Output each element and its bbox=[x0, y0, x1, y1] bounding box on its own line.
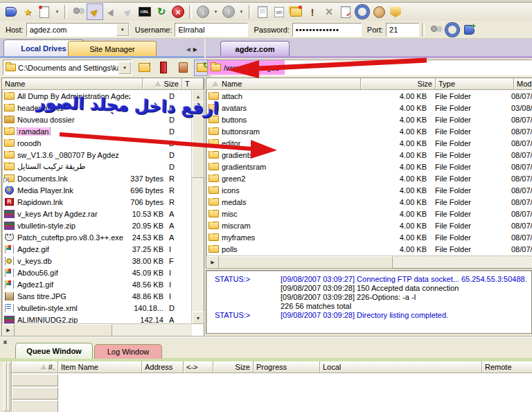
Sans titre.JPG[interactable]: Sans titre.JPG 48.86 KB I bbox=[2, 290, 192, 302]
queue-column-header[interactable]: Item Name bbox=[58, 361, 142, 373]
queue-column-header[interactable]: Local bbox=[320, 361, 482, 373]
local-path-combo[interactable]: C:\Documents and Settings\ka bbox=[3, 60, 132, 75]
column-header-size[interactable]: Size bbox=[361, 78, 436, 90]
delete-icon[interactable] bbox=[321, 3, 337, 20]
queue-column-header[interactable]: Address bbox=[142, 361, 184, 373]
scroll-right-icon[interactable]: ▶ bbox=[2, 324, 15, 337]
host-dropdown-icon[interactable] bbox=[116, 24, 129, 36]
scroll-right-icon[interactable]: ▶ bbox=[206, 256, 219, 269]
myframes[interactable]: myframes 4.00 KB File Folder 08/07/ bbox=[206, 231, 532, 243]
editor[interactable]: editor 4.00 KB File Folder 08/07/ bbox=[206, 137, 532, 149]
Media Player.lnk[interactable]: Media Player.lnk 696 bytes R bbox=[2, 184, 192, 196]
parent-folder-icon[interactable] bbox=[136, 60, 152, 76]
shield-icon[interactable] bbox=[387, 3, 404, 20]
misc[interactable]: misc 4.00 KB File Folder 08/07/ bbox=[206, 208, 532, 220]
tab-remote-site[interactable]: agdez.com bbox=[220, 41, 290, 56]
queue-column-header[interactable]: <-> bbox=[184, 361, 213, 373]
Agdez.gif[interactable]: Agdez.gif 37.25 KB I bbox=[2, 243, 192, 255]
abort-icon[interactable] bbox=[170, 3, 186, 20]
rooodh[interactable]: rooodh D bbox=[2, 137, 192, 149]
add-to-sites-icon[interactable] bbox=[461, 21, 477, 38]
remote-path-box[interactable]: /www/vb/images bbox=[207, 60, 532, 75]
new-site-dropdown[interactable] bbox=[53, 3, 62, 20]
gradientsram[interactable]: gradientsram 4.00 KB File Folder 08/07/ bbox=[206, 161, 532, 172]
v_keys Art by Agdez.rar[interactable]: v_keys Art by Agdez.rar 10.53 KB A bbox=[2, 208, 192, 220]
vbulletin-style.xml[interactable]: vbulletin-style.xml 140.18... D bbox=[2, 302, 192, 314]
status-line: STATUS:> [09/08/2007 03:09:27] Connectin… bbox=[206, 275, 531, 284]
quick-connect-icon[interactable] bbox=[3, 3, 19, 20]
download-icon[interactable] bbox=[195, 3, 211, 20]
tab-log-window[interactable]: Log Window bbox=[94, 344, 162, 359]
tab-queue-window[interactable]: Queue Window bbox=[15, 343, 93, 359]
url-capture-icon[interactable] bbox=[136, 3, 153, 20]
remote-horizontal-scrollbar[interactable]: ◀ ▶ bbox=[206, 256, 532, 268]
refresh-icon[interactable] bbox=[153, 3, 170, 20]
connection-wizard-icon[interactable] bbox=[19, 3, 36, 20]
column-header-name[interactable]: Name bbox=[206, 78, 361, 90]
sw_V1.3.6 _080707 By Agdez[interactable]: sw_V1.3.6 _080707 By Agdez D bbox=[2, 149, 192, 161]
local-vertical-scrollbar[interactable]: ▲ ▼ bbox=[191, 90, 204, 324]
queue-column-header[interactable]: Size bbox=[213, 361, 254, 373]
scroll-thumb[interactable] bbox=[14, 324, 112, 337]
local-path-dropdown-icon[interactable] bbox=[118, 62, 131, 74]
buttonsram[interactable]: buttonsram 4.00 KB File Folder 08/07/ bbox=[206, 125, 532, 137]
connect-plug-icon[interactable] bbox=[427, 21, 444, 38]
polls[interactable]: polls 4.00 KB File Folder 08/07/ bbox=[206, 243, 532, 255]
scroll-down-icon[interactable]: ▼ bbox=[192, 312, 204, 324]
bookmarks-icon[interactable] bbox=[155, 60, 172, 76]
Rapidown.lnk[interactable]: Rapidown.lnk 706 bytes R bbox=[2, 196, 192, 208]
medals[interactable]: medals 4.00 KB File Folder 08/07/ bbox=[206, 196, 532, 208]
Agdez1.gif[interactable]: Agdez1.gif 48.56 KB I bbox=[2, 278, 192, 290]
ALIMINIUDG2.zip[interactable]: ALIMINIUDG2.zip 142.14 A bbox=[2, 314, 192, 324]
v_keys.db[interactable]: v_keys.db 38.00 KB F bbox=[2, 255, 192, 267]
download-dropdown[interactable] bbox=[211, 3, 220, 20]
password-field[interactable]: ••••••••••••• bbox=[292, 23, 362, 37]
host-combo[interactable]: agdez.com bbox=[26, 23, 130, 37]
port-field[interactable]: 21 bbox=[386, 23, 419, 37]
new-site-icon[interactable] bbox=[36, 3, 53, 20]
avatars[interactable]: avatars 4.00 KB File Folder 03/08/ bbox=[206, 102, 532, 114]
alert-icon[interactable] bbox=[304, 3, 321, 20]
tab-site-manager[interactable]: Site Manager bbox=[68, 41, 157, 56]
column-header-type[interactable]: Type bbox=[436, 78, 514, 90]
select-mode-icon[interactable] bbox=[87, 3, 103, 20]
upload-icon[interactable] bbox=[220, 3, 237, 20]
dock-grip[interactable] bbox=[7, 362, 10, 411]
tab-scroll-left-icon[interactable]: ◀ bbox=[186, 46, 190, 53]
Abdou56.gif[interactable]: Abdou56.gif 45.09 KB I bbox=[2, 267, 192, 278]
identity-icon[interactable] bbox=[371, 3, 387, 20]
tab-scroll-right-icon[interactable]: ▶ bbox=[193, 46, 197, 53]
buttons[interactable]: buttons 4.00 KB File Folder 08/07/ bbox=[206, 114, 532, 125]
queue-column-header[interactable]: #. bbox=[12, 361, 58, 373]
Documents.lnk[interactable]: Documents.lnk 337 bytes R bbox=[2, 172, 192, 184]
column-header-name[interactable]: Name bbox=[2, 78, 143, 90]
pointer-disabled-icon[interactable] bbox=[120, 3, 136, 20]
edit-notes-icon[interactable] bbox=[254, 3, 271, 20]
upload-dropdown[interactable] bbox=[237, 3, 246, 20]
rename-icon[interactable] bbox=[271, 3, 287, 20]
settings-gear-icon[interactable] bbox=[354, 3, 371, 20]
gradients[interactable]: gradients 4.00 KB File Folder 08/07/ bbox=[206, 149, 532, 161]
column-header-size[interactable]: Size bbox=[143, 78, 182, 90]
drag-mode-icon[interactable] bbox=[103, 3, 120, 20]
delete-icon[interactable] bbox=[175, 60, 191, 76]
verify-icon[interactable] bbox=[337, 3, 354, 20]
column-header-type[interactable]: T bbox=[182, 78, 204, 90]
queue-column-header[interactable]: Progress bbox=[254, 361, 320, 373]
vbulletin-style.zip[interactable]: vbulletin-style.zip 20.95 KB A bbox=[2, 220, 192, 231]
Patch_cuteftp.pro.v8.0.3++.exe[interactable]: Patch_cuteftp.pro.v8.0.3++.exe 24.53 KB … bbox=[2, 231, 192, 243]
ramadan[interactable]: ramadan D bbox=[2, 125, 192, 137]
local-horizontal-scrollbar[interactable]: ◀ ▶ bbox=[2, 323, 192, 336]
username-field[interactable]: Elrrahal bbox=[175, 23, 248, 37]
attach[interactable]: attach 4.00 KB File Folder 08/07/ bbox=[206, 90, 532, 102]
queue-column-header[interactable]: Remote bbox=[482, 361, 532, 373]
icons[interactable]: icons 4.00 KB File Folder 08/07/ bbox=[206, 184, 532, 196]
miscram[interactable]: miscram 4.00 KB File Folder 08/07/ bbox=[206, 220, 532, 231]
reconnect-plug-icon[interactable] bbox=[70, 3, 87, 20]
new-folder-icon[interactable] bbox=[287, 3, 304, 20]
green2[interactable]: green2 4.00 KB File Folder 08/07/ bbox=[206, 172, 532, 184]
scroll-thumb[interactable] bbox=[218, 256, 393, 269]
طريقة تركيب الستايل[interactable]: طريقة تركيب الستايل D bbox=[2, 161, 192, 172]
options-gear-icon[interactable] bbox=[444, 21, 461, 38]
column-header-modified[interactable]: Modifie bbox=[514, 78, 532, 90]
